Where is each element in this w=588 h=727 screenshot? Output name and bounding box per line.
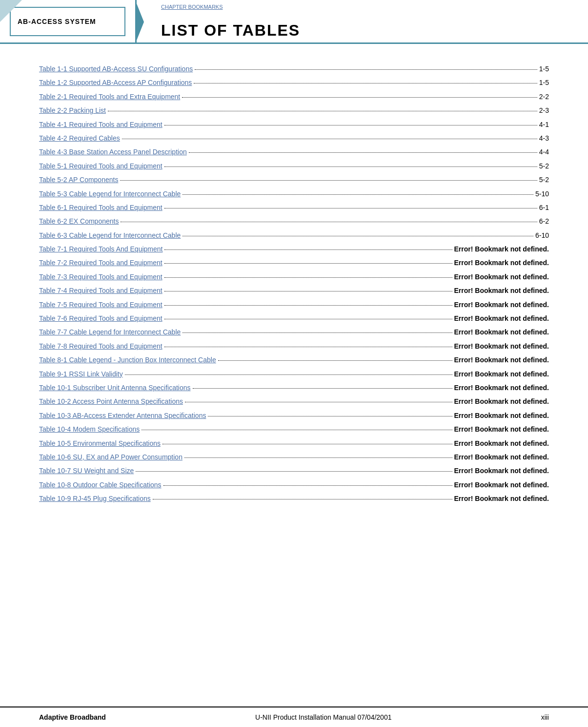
toc-dots: [108, 111, 537, 111]
toc-link[interactable]: Table 2-1 Required Tools and Extra Equip…: [39, 91, 180, 102]
toc-link[interactable]: Table 10-2 Access Point Antenna Specific…: [39, 396, 183, 407]
toc-dots: [142, 430, 452, 430]
page-title: LIST OF TABLES: [161, 21, 568, 40]
toc-item: Table 10-4 Modem Specifications Error! B…: [39, 424, 549, 435]
toc-error: Error! Bookmark not defined.: [454, 410, 549, 421]
toc-link[interactable]: Table 6-3 Cable Legend for Interconnect …: [39, 230, 181, 241]
brand-broadband: Broadband: [70, 713, 106, 721]
toc-error: Error! Bookmark not defined.: [454, 327, 549, 337]
toc-dots: [164, 249, 452, 250]
toc-error: Error! Bookmark not defined.: [454, 424, 549, 435]
toc-dots: [182, 236, 533, 236]
toc-link[interactable]: Table 6-1 Required Tools and Equipment: [39, 202, 162, 213]
toc-item: Table 7-2 Required Tools and Equipment E…: [39, 257, 549, 268]
toc-link[interactable]: Table 5-3 Cable Legend for Interconnect …: [39, 188, 181, 199]
toc-item: Table 7-6 Required Tools and Equipment E…: [39, 313, 549, 324]
toc-page: 6-1: [539, 202, 549, 213]
toc-link[interactable]: Table 7-6 Required Tools and Equipment: [39, 313, 162, 324]
toc-page: 4-3: [539, 133, 549, 144]
toc-item: Table 5-2 AP Components 5-2: [39, 174, 549, 185]
toc-dots: [182, 194, 533, 195]
toc-dots: [121, 222, 537, 222]
toc-error: Error! Bookmark not defined.: [454, 313, 549, 324]
toc-item: Table 1-2 Supported AB-Access AP Configu…: [39, 77, 549, 88]
toc-link[interactable]: Table 7-4 Required Tools and Equipment: [39, 285, 162, 296]
toc-dots: [164, 347, 452, 347]
toc-dots: [184, 457, 452, 458]
toc-item: Table 10-2 Access Point Antenna Specific…: [39, 396, 549, 407]
toc-link[interactable]: Table 9-1 RSSI Link Validity: [39, 369, 123, 379]
toc-link[interactable]: Table 5-1 Required Tools and Equipment: [39, 161, 162, 171]
system-label-box: AB-ACCESS SYSTEM: [10, 7, 125, 36]
toc-item: Table 4-3 Base Station Access Panel Desc…: [39, 146, 549, 157]
toc-item: Table 7-5 Required Tools and Equipment E…: [39, 299, 549, 310]
toc-item: Table 7-3 Required Tools and Equipment E…: [39, 271, 549, 282]
toc-link[interactable]: Table 7-7 Cable Legend for Interconnect …: [39, 327, 181, 337]
toc-link[interactable]: Table 10-3 AB-Access Extender Antenna Sp…: [39, 410, 206, 421]
toc-dots: [136, 471, 452, 472]
toc-page: 1-5: [539, 63, 549, 74]
toc-link[interactable]: Table 4-3 Base Station Access Panel Desc…: [39, 146, 187, 157]
toc-link[interactable]: Table 8-1 Cable Legend - Junction Box In…: [39, 354, 216, 365]
toc-error: Error! Bookmark not defined.: [454, 438, 549, 449]
toc-link[interactable]: Table 10-8 Outdoor Cable Specifications: [39, 479, 162, 490]
toc-dots: [182, 97, 537, 98]
toc-link[interactable]: Table 10-4 Modem Specifications: [39, 424, 140, 435]
toc-item: Table 7-1 Required Tools And Equipment E…: [39, 244, 549, 254]
page-container: AB-ACCESS SYSTEM CHAPTER BOOKMARKS LIST …: [0, 0, 588, 727]
toc-link[interactable]: Table 2-2 Packing List: [39, 105, 106, 116]
toc-error: Error! Bookmark not defined.: [454, 257, 549, 268]
toc-item: Table 7-7 Cable Legend for Interconnect …: [39, 327, 549, 337]
toc-link[interactable]: Table 4-1 Required Tools and Equipment: [39, 119, 162, 130]
toc-page: 5-2: [539, 161, 549, 171]
toc-dots: [164, 125, 537, 125]
toc-dots: [182, 332, 452, 333]
toc-link[interactable]: Table 10-5 Environmental Specifications: [39, 438, 161, 449]
toc-item: Table 10-1 Subscriber Unit Antenna Speci…: [39, 382, 549, 393]
toc-error: Error! Bookmark not defined.: [454, 299, 549, 310]
toc-item: Table 6-2 EX Components 6-2: [39, 216, 549, 227]
toc-item: Table 10-7 SU Weight and Size Error! Boo…: [39, 465, 549, 476]
toc-link[interactable]: Table 7-8 Required Tools and Equipment: [39, 341, 162, 352]
toc-item: Table 4-1 Required Tools and Equipment 4…: [39, 119, 549, 130]
toc-error: Error! Bookmark not defined.: [454, 452, 549, 462]
toc-item: Table 6-3 Cable Legend for Interconnect …: [39, 230, 549, 241]
toc-error: Error! Bookmark not defined.: [454, 369, 549, 379]
toc-item: Table 9-1 RSSI Link Validity Error! Book…: [39, 369, 549, 379]
toc-page: 5-2: [539, 174, 549, 185]
toc-link[interactable]: Table 10-1 Subscriber Unit Antenna Speci…: [39, 382, 191, 393]
toc-dots: [164, 277, 452, 278]
footer-product-info: U-NII Product Installation Manual 07/04/…: [255, 713, 391, 721]
toc-link[interactable]: Table 10-6 SU, EX and AP Power Consumpti…: [39, 452, 182, 462]
toc-error: Error! Bookmark not defined.: [454, 465, 549, 476]
toc-link[interactable]: Table 5-2 AP Components: [39, 174, 118, 185]
toc-dots: [120, 180, 537, 181]
toc-page: 6-10: [535, 230, 549, 241]
toc-dots: [195, 69, 537, 70]
toc-dots: [153, 499, 452, 499]
toc-dots: [163, 485, 452, 486]
toc-link[interactable]: Table 6-2 EX Components: [39, 216, 119, 227]
toc-link[interactable]: Table 7-3 Required Tools and Equipment: [39, 271, 162, 282]
toc-link[interactable]: Table 1-2 Supported AB-Access AP Configu…: [39, 77, 192, 88]
toc-link[interactable]: Table 7-5 Required Tools and Equipment: [39, 299, 162, 310]
toc-link[interactable]: Table 10-9 RJ-45 Plug Specifications: [39, 493, 151, 504]
corner-decoration: [0, 0, 22, 22]
toc-link[interactable]: Table 7-2 Required Tools and Equipment: [39, 257, 162, 268]
toc-item: Table 8-1 Cable Legend - Junction Box In…: [39, 354, 549, 365]
toc-link[interactable]: Table 1-1 Supported AB-Access SU Configu…: [39, 63, 193, 74]
toc-page: 4-1: [539, 119, 549, 130]
toc-link[interactable]: Table 4-2 Required Cables: [39, 133, 120, 144]
toc-link[interactable]: Table 7-1 Required Tools And Equipment: [39, 244, 162, 254]
toc-page: 6-2: [539, 216, 549, 227]
brand-adaptive: Adaptive: [39, 713, 68, 721]
toc-item: Table 2-2 Packing List 2-3: [39, 105, 549, 116]
toc-link[interactable]: Table 10-7 SU Weight and Size: [39, 465, 134, 476]
toc-error: Error! Bookmark not defined.: [454, 244, 549, 254]
toc-error: Error! Bookmark not defined.: [454, 382, 549, 393]
toc-item: Table 5-3 Cable Legend for Interconnect …: [39, 188, 549, 199]
toc-error: Error! Bookmark not defined.: [454, 396, 549, 407]
toc-item: Table 10-8 Outdoor Cable Specifications …: [39, 479, 549, 490]
toc-page: 2-2: [539, 91, 549, 102]
system-title: AB-ACCESS SYSTEM: [18, 18, 96, 25]
